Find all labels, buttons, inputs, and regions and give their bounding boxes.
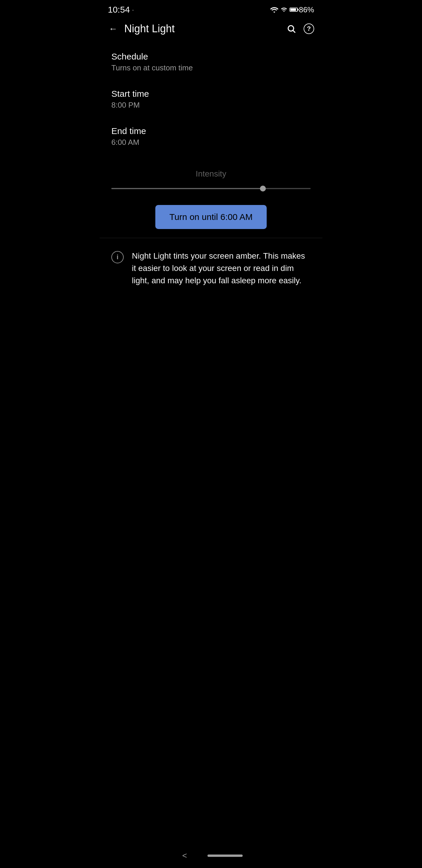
help-icon: ? [303, 24, 314, 34]
info-icon-wrapper: i [111, 251, 124, 264]
start-time-label: Start time [111, 89, 311, 99]
battery-percent: 86% [299, 5, 314, 14]
help-button[interactable]: ? [301, 21, 317, 36]
status-dot: · [132, 6, 134, 13]
intensity-slider[interactable] [111, 186, 311, 196]
app-bar: ← Night Light ? [100, 18, 322, 40]
bottom-nav: < [100, 846, 322, 868]
intensity-label: Intensity [111, 169, 311, 179]
back-button[interactable]: ← [105, 21, 121, 36]
svg-line-1 [293, 31, 295, 33]
battery-icon [290, 8, 298, 12]
schedule-item[interactable]: Schedule Turns on at custom time [111, 46, 311, 78]
slider-fill [111, 188, 263, 189]
slider-thumb[interactable] [260, 186, 266, 191]
start-time-value: 8:00 PM [111, 101, 311, 110]
start-time-section: Start time 8:00 PM [111, 83, 311, 116]
end-time-item[interactable]: End time 6:00 AM [111, 120, 311, 153]
search-button[interactable] [284, 21, 299, 36]
nav-back-icon: < [182, 851, 187, 860]
wifi-icon [270, 6, 279, 13]
back-arrow-icon: ← [109, 24, 118, 34]
end-time-label: End time [111, 126, 311, 136]
schedule-label: Schedule [111, 52, 311, 62]
schedule-section: Schedule Turns on at custom time [111, 46, 311, 78]
page-title: Night Light [124, 23, 284, 35]
main-content: Schedule Turns on at custom time Start t… [100, 40, 322, 163]
signal-icon [281, 6, 287, 13]
status-left: 10:54 · [108, 5, 134, 15]
schedule-value: Turns on at custom time [111, 63, 311, 72]
status-right: 86% [270, 5, 314, 14]
start-time-item[interactable]: Start time 8:00 PM [111, 83, 311, 116]
battery-container: 86% [290, 5, 314, 14]
search-icon [287, 24, 296, 33]
intensity-section: Intensity [100, 163, 322, 202]
status-icons: 86% [270, 5, 314, 14]
nav-back-button[interactable]: < [180, 850, 190, 861]
nav-home-pill[interactable] [207, 855, 242, 857]
battery-fill [290, 8, 296, 11]
info-section: i Night Light tints your screen amber. T… [100, 238, 322, 299]
turn-on-button-container: Turn on until 6:00 AM [111, 205, 311, 229]
info-text: Night Light tints your screen amber. Thi… [132, 250, 311, 287]
app-bar-actions: ? [284, 21, 317, 36]
turn-on-button[interactable]: Turn on until 6:00 AM [155, 205, 267, 229]
status-time: 10:54 [108, 5, 130, 15]
end-time-value: 6:00 AM [111, 138, 311, 147]
status-bar: 10:54 · 86% [100, 0, 322, 18]
slider-track [111, 188, 311, 189]
end-time-section: End time 6:00 AM [111, 120, 311, 153]
svg-point-0 [288, 26, 294, 31]
info-icon: i [111, 251, 124, 264]
